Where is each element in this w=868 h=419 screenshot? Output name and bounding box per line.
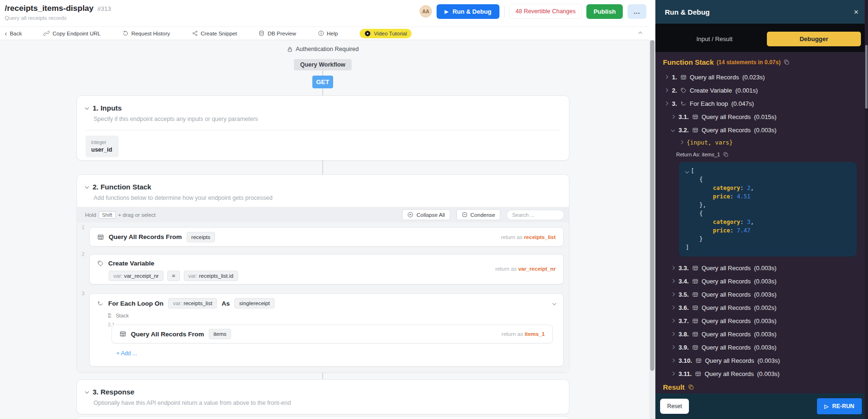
scrollbar-thumb[interactable] [865,45,868,109]
debug-step-number: 3.8. [679,331,689,338]
rerun-button[interactable]: ▷RE-RUN [817,398,862,414]
function-stack-section-title[interactable]: 2. Function Stack [86,183,560,191]
debug-step-time: (0.003s) [754,291,777,298]
debug-stack-row-3-11[interactable]: 3.11.Query all Records(0.003s) [663,367,860,380]
table-icon [696,358,702,364]
debug-stack-row-3-7[interactable]: 3.7.Query all Records(0.003s) [663,314,860,327]
debug-step-time: (0.047s) [731,100,754,107]
list-badge[interactable]: var: receipts_list [168,298,217,308]
run-debug-button[interactable]: ▶Run & Debug [437,4,499,19]
panel-footer: Reset ▷RE-RUN [655,393,868,419]
play-circle-icon [364,30,371,37]
debug-stack-row-3-10[interactable]: 3.10.Query all Records(0.003s) [663,354,860,367]
debug-stack-row-3-4[interactable]: 3.4.Query all Records(0.003s) [663,274,860,288]
query-workflow-badge[interactable]: Query Workflow [294,59,352,70]
add-function-link[interactable]: + Add ... [116,350,137,357]
debug-stack-row-3-6[interactable]: 3.6.Query all Records(0.002s) [663,301,860,314]
panel-scrollbar[interactable] [865,0,868,419]
reset-button[interactable]: Reset [660,399,689,414]
debug-stack-row-3-9[interactable]: 3.9.Query all Records(0.003s) [663,341,860,354]
step-card-query-all-records[interactable]: Query All Records From receipts return a… [89,227,564,247]
main-scrollbar[interactable] [649,40,655,419]
table-icon [692,265,698,271]
avatar[interactable]: AA [420,5,432,17]
json-result-viewer[interactable]: [ { category: 2, price: 4.51 }, { catego… [679,162,857,257]
debug-step-number: 3.7. [679,317,689,325]
tab-input-result[interactable]: Input / Result [674,32,755,46]
copy-icon[interactable] [688,384,694,390]
toolbar-item-db-preview[interactable]: DB Preview [258,30,296,36]
debug-stack-row-3-5[interactable]: 3.5.Query all Records(0.003s) [663,288,860,301]
debug-step-label: Query all Records [705,370,754,377]
collapse-all-button[interactable]: Collapse All [402,209,450,220]
toolbar-item-help[interactable]: Help [318,30,338,36]
debug-step-label: Query all Records [702,331,751,338]
table-badge[interactable]: receipts [187,232,215,242]
copy-icon[interactable] [783,59,790,65]
json-line: { [686,175,850,184]
tag-icon [680,87,687,94]
tab-debugger[interactable]: Debugger [767,32,861,46]
json-line: }, [686,201,850,209]
function-stack-toolbar: Hold Shift + drag or select Collapse All… [77,207,569,222]
collapse-section-chevron-icon[interactable] [638,32,642,35]
more-button[interactable]: ... [627,4,646,19]
condense-button[interactable]: Condense [456,209,500,220]
table-badge[interactable]: items [209,329,231,339]
debug-stack-row-3-3[interactable]: 3.3.Query all Records(0.003s) [663,261,860,274]
panel-title: Run & Debug [665,8,710,16]
debug-step-number: 3.1. [679,113,689,120]
table-icon [692,127,698,133]
debug-stack-row-3[interactable]: 3.For Each loop(0.047s) [663,97,860,110]
toolbar-item-copy-endpoint-url[interactable]: Copy Endpoint URL [43,30,101,36]
equals-badge: = [167,271,180,281]
chevron-right-icon [671,345,675,349]
debug-step-time: (0.003s) [754,344,777,351]
chevron-down-icon [85,184,89,188]
scrollbar-thumb[interactable] [650,40,654,371]
chevron-down-icon [685,170,689,173]
chevron-down-icon[interactable] [552,301,556,305]
vars-toggle[interactable]: {input, vars} [663,137,860,148]
debug-step-time: (0.003s) [757,370,780,377]
next-card-partial [77,416,569,419]
value-badge[interactable]: var: receipts_list.id [184,271,238,281]
close-icon[interactable]: × [854,8,859,16]
table-icon [692,318,698,324]
debug-step-label: Query all Records [705,357,754,364]
publish-button[interactable]: Publish [586,4,623,19]
debug-stack-row-2[interactable]: 2.Create Variable(0.001s) [663,84,860,97]
step-number: 3 [82,291,85,296]
toolbar-item-create-snippet[interactable]: Create Snippet [192,30,237,36]
debug-stack-row-3-8[interactable]: 3.8.Query all Records(0.003s) [663,327,860,341]
response-section-title[interactable]: 3. Response [86,388,560,396]
debug-stack-row-3-1[interactable]: 3.1.Query all Records(0.015s) [663,110,860,123]
table-icon [692,305,698,311]
json-line: price: 4.51 [686,192,850,201]
chevron-right-icon [664,88,668,92]
step-title: Query All Records From [131,331,204,338]
revertible-changes-button[interactable]: 48 Revertible Changes [509,4,582,19]
json-line: price: 7.47 [686,226,850,235]
loop-icon [680,101,687,107]
table-icon [97,234,104,240]
copy-icon[interactable] [723,152,729,157]
debug-step-time: (0.003s) [754,317,777,325]
json-line: { [686,209,850,218]
chevron-right-icon [671,332,675,336]
toolbar-item-request-history[interactable]: Request History [122,30,170,36]
toolbar-item-back[interactable]: ‹Back [5,30,22,37]
step-card-create-variable[interactable]: Create Variable var: var_receipt_nr = va… [89,254,564,284]
toolbar-item-video-tutorial[interactable]: Video Tutorial [360,29,412,38]
step-card-for-each-loop[interactable]: For Each Loop On var: receipts_list As s… [89,293,564,367]
var-badge[interactable]: var: var_receipt_nr [109,271,163,281]
search-input[interactable] [507,210,564,220]
debug-step-label: Query all Records [702,113,751,120]
item-badge[interactable]: singlereceipt [234,298,275,308]
debug-stack-row-3-2[interactable]: 3.2.Query all Records(0.003s) [663,123,860,137]
get-method-badge[interactable]: GET [312,76,333,88]
debug-stack-row-1[interactable]: 1.Query all Records(0.023s) [663,70,860,84]
inputs-section-title[interactable]: 1. Inputs [86,104,560,112]
input-param[interactable]: integer user_id [86,136,119,157]
step-card-nested-query[interactable]: Query All Records From items return as i… [112,325,553,343]
